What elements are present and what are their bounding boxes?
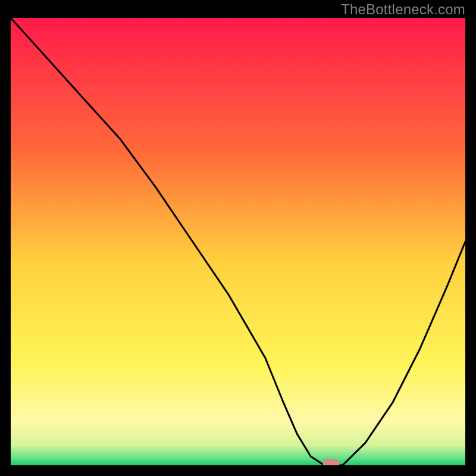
chart-svg [11,18,465,465]
plot-area [11,18,465,465]
gradient-background [11,18,465,465]
chart-container: TheBottleneck.com [0,0,476,476]
watermark-text: TheBottleneck.com [341,1,465,18]
optimal-marker [323,459,340,465]
